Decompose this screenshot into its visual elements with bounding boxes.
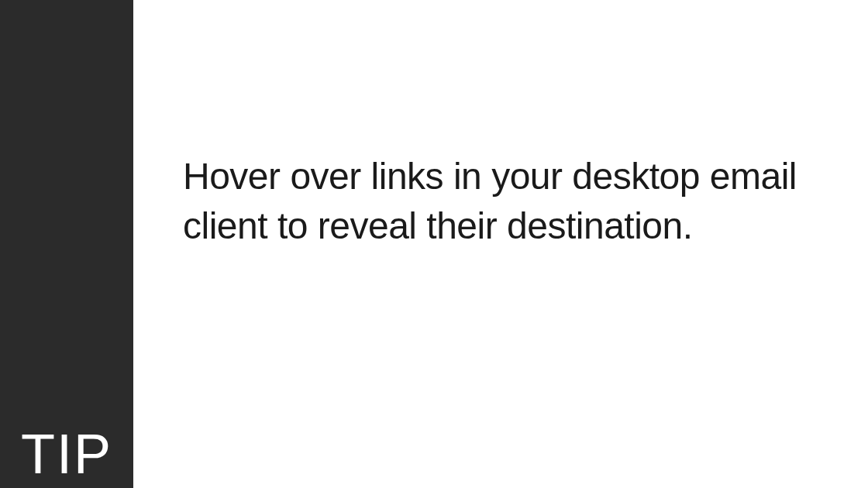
tip-body-text: Hover over links in your desktop email c… [183, 152, 806, 251]
sidebar-label: TIP [21, 426, 112, 482]
sidebar-panel: TIP [0, 0, 133, 488]
content-panel: Hover over links in your desktop email c… [133, 0, 868, 488]
